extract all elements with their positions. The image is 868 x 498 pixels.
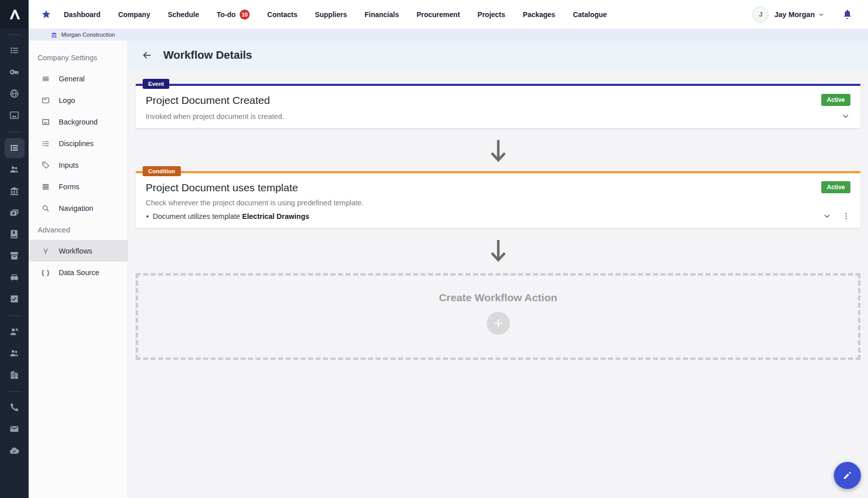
image-icon — [9, 110, 20, 120]
people-icon — [9, 348, 20, 358]
rail-item-access[interactable] — [5, 62, 25, 82]
rail-item-catalogue[interactable] — [5, 224, 25, 244]
nav-item-procurement[interactable]: Procurement — [416, 11, 460, 19]
user-menu-button[interactable] — [818, 11, 825, 18]
rail-item-calls[interactable] — [5, 398, 25, 418]
braces-icon: { } — [41, 268, 50, 277]
sidebar-item-navigation[interactable]: Navigation — [29, 197, 128, 219]
logo-frame-icon — [41, 96, 50, 105]
sidebar-item-label: Workflows — [59, 247, 92, 255]
condition-card-title: Project Document uses template — [146, 181, 298, 194]
pencil-icon — [842, 470, 853, 481]
nav-label: Dashboard — [64, 11, 100, 19]
nav-item-financials[interactable]: Financials — [365, 11, 399, 19]
book-icon — [9, 229, 20, 239]
sidebar-item-workflows[interactable]: Workflows — [29, 240, 128, 262]
nav-item-catalogue[interactable]: Catalogue — [573, 11, 607, 19]
condition-menu-button[interactable] — [842, 212, 850, 220]
sidebar-section-company-settings: Company Settings — [29, 54, 128, 62]
nav-item-dashboard[interactable]: Dashboard — [64, 11, 100, 19]
rail-item-cloud[interactable] — [5, 441, 25, 461]
nav-item-suppliers[interactable]: Suppliers — [315, 11, 347, 19]
sidebar-item-background[interactable]: Background — [29, 111, 128, 133]
nav-label: Company — [118, 11, 150, 19]
rail-item-fleet[interactable] — [5, 268, 25, 288]
workflow-fork-icon — [41, 246, 50, 256]
app-root: Dashboard Company Schedule To-do10 Conta… — [0, 0, 868, 498]
nav-item-company[interactable]: Company — [118, 11, 150, 19]
nav-label: To-do — [216, 11, 236, 19]
list-icon — [9, 143, 20, 153]
condition-expand-button[interactable] — [822, 211, 832, 221]
rail-item-company[interactable] — [5, 365, 25, 385]
rail-item-list[interactable] — [5, 41, 25, 61]
top-navigation-bar: Dashboard Company Schedule To-do10 Conta… — [29, 0, 868, 29]
braces-glyph: { } — [42, 269, 50, 276]
rail-item-mail[interactable] — [5, 419, 25, 439]
sidebar-item-data-source[interactable]: { }Data Source — [29, 262, 128, 283]
sidebar-section-advanced: Advanced — [29, 226, 128, 234]
nav-item-todo[interactable]: To-do10 — [216, 10, 250, 20]
office-building-icon — [9, 369, 20, 380]
condition-rule: Document utilizes templateElectrical Dra… — [146, 212, 309, 220]
arrow-down-icon — [488, 239, 508, 262]
user-name[interactable]: Jay Morgan — [774, 11, 815, 19]
nav-item-packages[interactable]: Packages — [523, 11, 556, 19]
rail-item-tasks[interactable] — [5, 289, 25, 309]
rail-item-media[interactable] — [5, 105, 25, 126]
rail-divider — [8, 391, 21, 392]
notifications-button[interactable] — [842, 9, 853, 20]
nav-label: Schedule — [168, 11, 199, 19]
right-column: Dashboard Company Schedule To-do10 Conta… — [29, 0, 868, 498]
bank-icon — [9, 186, 20, 196]
add-action-button[interactable] — [487, 312, 510, 335]
archive-icon — [9, 251, 20, 261]
sidebar-item-label: Data Source — [59, 269, 99, 277]
nav-item-projects[interactable]: Projects — [478, 11, 505, 19]
favorites-button[interactable] — [41, 9, 52, 20]
left-icon-rail — [0, 0, 29, 498]
back-button[interactable] — [141, 49, 153, 61]
page-header: Workflow Details — [128, 41, 868, 70]
rail-item-team[interactable] — [5, 343, 25, 363]
rail-item-contacts[interactable] — [5, 160, 25, 180]
nav-item-contacts[interactable]: Contacts — [267, 11, 297, 19]
sidebar-item-general[interactable]: General — [29, 68, 128, 89]
condition-card: Condition Project Document uses template… — [136, 171, 860, 228]
event-expand-button[interactable] — [841, 111, 850, 121]
sidebar-item-label: Background — [59, 118, 97, 126]
rail-item-payments[interactable] — [5, 203, 25, 223]
nav-label: Projects — [478, 11, 505, 19]
rail-item-finance[interactable] — [5, 181, 25, 201]
nav-item-schedule[interactable]: Schedule — [168, 11, 199, 19]
sidebar-item-disciplines[interactable]: Disciplines — [29, 133, 128, 154]
condition-rule-value: Electrical Drawings — [242, 212, 309, 220]
rail-item-settings-active[interactable] — [5, 138, 25, 158]
engineer-icon — [9, 326, 20, 337]
body-row: Company Settings General Logo Background… — [29, 41, 868, 498]
sidebar-item-label: Inputs — [59, 161, 79, 169]
nav-label: Packages — [523, 11, 556, 19]
sidebar-item-logo[interactable]: Logo — [29, 89, 128, 111]
bell-icon — [842, 9, 853, 20]
breadcrumb-company[interactable]: Morgan Construction — [61, 32, 115, 38]
rail-item-archive[interactable] — [5, 246, 25, 266]
app-logo[interactable] — [0, 0, 29, 29]
rail-divider — [8, 315, 21, 316]
condition-card-description: Check wherever the project document is u… — [146, 199, 364, 207]
chevron-down-icon — [818, 11, 825, 18]
task-check-icon — [9, 294, 20, 304]
people-icon — [9, 164, 20, 175]
sidebar-item-inputs[interactable]: Inputs — [29, 154, 128, 176]
create-workflow-action[interactable]: Create Workflow Action — [136, 273, 860, 360]
user-avatar[interactable]: J — [752, 7, 769, 23]
rail-item-workforce[interactable] — [5, 322, 25, 342]
status-badge: Active — [821, 94, 850, 106]
sidebar-item-forms[interactable]: Forms — [29, 176, 128, 197]
logo-a-icon — [7, 7, 22, 22]
rail-item-web[interactable] — [5, 84, 25, 104]
edit-workflow-fab[interactable] — [834, 462, 861, 489]
mail-icon — [9, 424, 20, 434]
workflow-canvas: Event Project Document Created Active In… — [128, 70, 868, 498]
main-nav: Dashboard Company Schedule To-do10 Conta… — [64, 10, 607, 20]
